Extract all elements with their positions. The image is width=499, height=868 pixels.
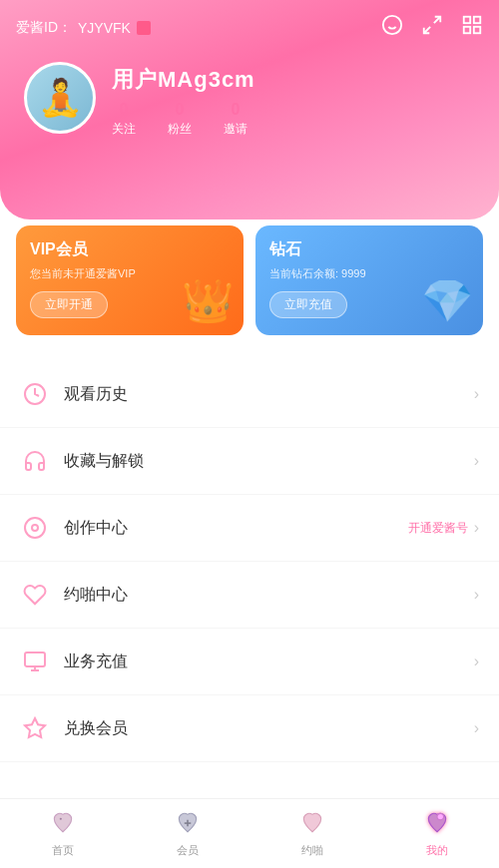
date-icon	[20, 580, 50, 610]
fans-label: 粉丝	[168, 121, 192, 138]
app-id-value: YJYVFK	[78, 20, 131, 36]
member-label: 会员	[177, 843, 199, 858]
home-label: 首页	[52, 843, 74, 858]
following-count: 0	[120, 101, 129, 119]
date-arrow: ›	[474, 586, 479, 604]
create-badge: 开通爱酱号	[408, 520, 468, 537]
svg-point-11	[32, 525, 38, 531]
expand-icon[interactable]	[421, 14, 443, 41]
nav-member[interactable]: 会员	[125, 809, 250, 858]
following-label: 关注	[112, 121, 136, 138]
stats-row: 0 关注 0 粉丝 0 邀请	[112, 101, 255, 138]
menu-item-create[interactable]: 创作中心 开通爱酱号 ›	[0, 495, 499, 562]
invite-label: 邀请	[224, 121, 248, 138]
stat-invite: 0 邀请	[224, 101, 248, 138]
collection-label: 收藏与解锁	[64, 451, 474, 472]
recharge-icon	[20, 647, 50, 676]
id-color-box	[137, 21, 151, 35]
exchange-icon	[20, 713, 50, 743]
username: 用户MAg3cm	[112, 65, 255, 95]
nav-date[interactable]: 约啪	[250, 809, 374, 858]
diamond-icon: 💎	[421, 276, 473, 325]
svg-rect-12	[25, 652, 45, 666]
date-nav-icon	[299, 809, 325, 839]
date-label: 约啪中心	[64, 585, 474, 606]
svg-marker-15	[25, 718, 45, 737]
menu-item-collection[interactable]: 收藏与解锁 ›	[0, 428, 499, 495]
nav-mine[interactable]: 我的	[374, 809, 499, 858]
profile-info: 用户MAg3cm 0 关注 0 粉丝 0 邀请	[112, 57, 255, 138]
menu-list: 观看历史 › 收藏与解锁 › 创作中心 开通爱酱号 ›	[0, 361, 499, 762]
avatar[interactable]: 🧘	[24, 62, 96, 134]
mine-label: 我的	[426, 843, 448, 858]
history-label: 观看历史	[64, 384, 474, 405]
home-icon	[50, 809, 76, 839]
create-arrow: ›	[474, 519, 479, 537]
exchange-label: 兑换会员	[64, 718, 474, 739]
nav-home[interactable]: 首页	[0, 809, 125, 858]
top-bar: 爱酱ID： YJYVFK	[0, 0, 499, 51]
exchange-arrow: ›	[474, 719, 479, 737]
svg-point-19	[437, 813, 444, 820]
svg-point-0	[383, 16, 401, 34]
stat-fans: 0 粉丝	[168, 101, 192, 138]
svg-rect-8	[474, 27, 480, 33]
svg-point-10	[25, 518, 45, 538]
diamond-card[interactable]: 钻石 当前钻石余额: 9999 立即充值 💎	[255, 225, 483, 335]
header-background: 爱酱ID： YJYVFK	[0, 0, 499, 219]
history-icon	[20, 379, 50, 409]
vip-card[interactable]: VIP会员 您当前未开通爱酱VIP 立即开通 👑	[16, 225, 244, 335]
user-id-section: 爱酱ID： YJYVFK	[16, 19, 151, 37]
recharge-label: 业务充值	[64, 651, 474, 672]
diamond-button[interactable]: 立即充值	[269, 291, 347, 318]
collection-arrow: ›	[474, 452, 479, 470]
fans-count: 0	[176, 101, 185, 119]
svg-line-3	[434, 17, 440, 23]
stat-following: 0 关注	[112, 101, 136, 138]
mine-icon	[424, 809, 450, 839]
menu-item-history[interactable]: 观看历史 ›	[0, 361, 499, 428]
date-nav-label: 约啪	[301, 843, 323, 858]
menu-item-recharge[interactable]: 业务充值 ›	[0, 629, 499, 695]
bottom-nav: 首页 会员 约啪 我的	[0, 798, 499, 868]
diamond-title: 钻石	[269, 239, 469, 260]
member-icon	[175, 809, 201, 839]
grid-icon[interactable]	[461, 14, 483, 41]
cards-section: VIP会员 您当前未开通爱酱VIP 立即开通 👑 钻石 当前钻石余额: 9999…	[0, 210, 499, 351]
svg-rect-7	[464, 27, 470, 33]
vip-icon: 👑	[182, 276, 234, 325]
svg-point-16	[59, 818, 61, 820]
app-id-label: 爱酱ID：	[16, 19, 72, 37]
profile-row: 🧘 用户MAg3cm 0 关注 0 粉丝 0 邀请	[0, 51, 499, 138]
svg-line-4	[424, 27, 430, 33]
recharge-arrow: ›	[474, 652, 479, 670]
collection-icon	[20, 446, 50, 476]
svg-rect-5	[464, 17, 470, 23]
invite-count: 0	[232, 101, 241, 119]
create-label: 创作中心	[64, 518, 408, 539]
svg-rect-6	[474, 17, 480, 23]
menu-item-exchange[interactable]: 兑换会员 ›	[0, 695, 499, 762]
menu-item-date[interactable]: 约啪中心 ›	[0, 562, 499, 629]
history-arrow: ›	[474, 385, 479, 403]
vip-title: VIP会员	[30, 239, 230, 260]
create-icon	[20, 513, 50, 543]
vip-button[interactable]: 立即开通	[30, 291, 108, 318]
face-icon[interactable]	[381, 14, 403, 41]
top-bar-icons	[381, 14, 483, 41]
avatar-image: 🧘	[38, 80, 83, 116]
